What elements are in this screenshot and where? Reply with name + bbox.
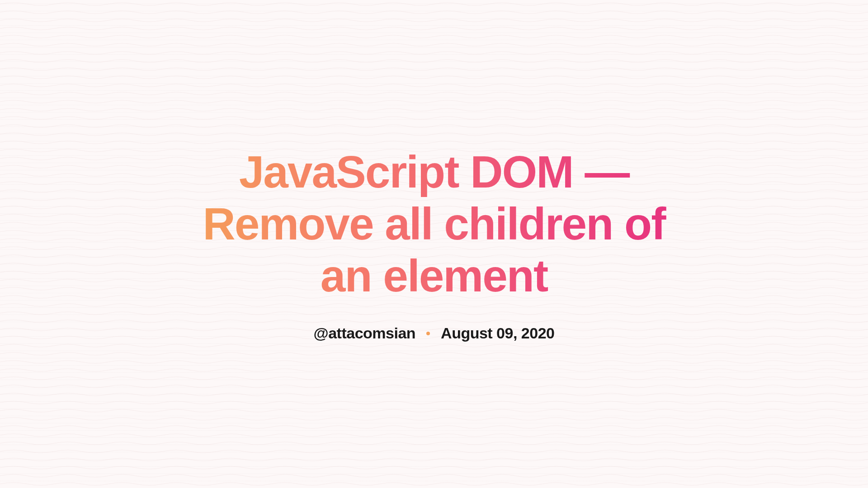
author-handle: @attacomsian — [314, 324, 416, 342]
article-date: August 09, 2020 — [441, 324, 554, 342]
article-title: JavaScript DOM — Remove all children of … — [185, 146, 683, 302]
article-meta: @attacomsian August 09, 2020 — [185, 324, 683, 342]
separator-dot — [426, 332, 430, 335]
banner-content: JavaScript DOM — Remove all children of … — [185, 146, 683, 342]
